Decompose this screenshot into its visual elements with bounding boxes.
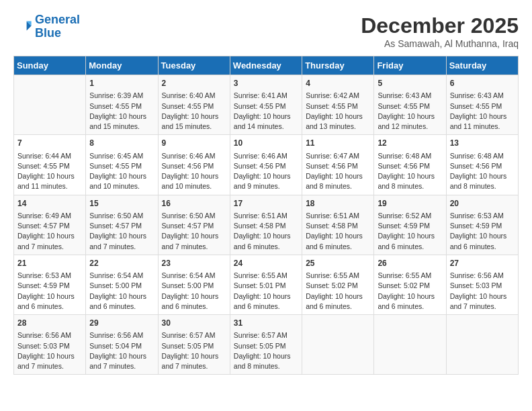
calendar-cell: 12Sunrise: 6:48 AM Sunset: 4:56 PM Dayli… (374, 135, 446, 195)
calendar-cell: 13Sunrise: 6:48 AM Sunset: 4:56 PM Dayli… (446, 135, 518, 195)
header-cell-tuesday: Tuesday (158, 56, 230, 75)
day-number: 28 (17, 318, 82, 329)
day-number: 16 (162, 198, 226, 210)
day-number: 30 (162, 318, 226, 329)
calendar-cell: 25Sunrise: 6:55 AM Sunset: 5:02 PM Dayli… (302, 255, 374, 314)
day-number: 18 (306, 198, 370, 210)
calendar-cell: 7Sunrise: 6:44 AM Sunset: 4:55 PM Daylig… (14, 135, 86, 195)
day-number: 20 (450, 198, 515, 210)
logo-line1: General (35, 13, 80, 26)
title-block: December 2025 As Samawah, Al Muthanna, I… (361, 13, 519, 49)
calendar-cell: 18Sunrise: 6:51 AM Sunset: 4:58 PM Dayli… (302, 195, 374, 255)
calendar-week-5: 28Sunrise: 6:56 AM Sunset: 5:03 PM Dayli… (14, 315, 519, 375)
cell-content: Sunrise: 6:53 AM Sunset: 4:59 PM Dayligh… (450, 211, 515, 252)
calendar-cell: 17Sunrise: 6:51 AM Sunset: 4:58 PM Dayli… (230, 195, 302, 255)
day-number: 1 (89, 78, 154, 89)
calendar-table: SundayMondayTuesdayWednesdayThursdayFrid… (13, 56, 519, 375)
cell-content: Sunrise: 6:48 AM Sunset: 4:56 PM Dayligh… (450, 151, 515, 192)
cell-content: Sunrise: 6:57 AM Sunset: 5:05 PM Dayligh… (234, 330, 298, 371)
calendar-cell: 16Sunrise: 6:50 AM Sunset: 4:57 PM Dayli… (158, 195, 230, 255)
calendar-cell: 29Sunrise: 6:56 AM Sunset: 5:04 PM Dayli… (86, 315, 158, 375)
calendar-cell: 31Sunrise: 6:57 AM Sunset: 5:05 PM Dayli… (230, 315, 302, 375)
calendar-cell: 14Sunrise: 6:49 AM Sunset: 4:57 PM Dayli… (14, 195, 86, 255)
calendar-week-1: 1Sunrise: 6:39 AM Sunset: 4:55 PM Daylig… (14, 75, 519, 135)
day-number: 4 (306, 78, 370, 89)
day-number: 3 (234, 78, 298, 89)
calendar-week-4: 21Sunrise: 6:53 AM Sunset: 4:59 PM Dayli… (14, 255, 519, 314)
cell-content: Sunrise: 6:46 AM Sunset: 4:56 PM Dayligh… (162, 151, 226, 192)
calendar-cell (14, 75, 86, 135)
header-cell-sunday: Sunday (14, 56, 86, 75)
calendar-cell: 30Sunrise: 6:57 AM Sunset: 5:05 PM Dayli… (158, 315, 230, 375)
cell-content: Sunrise: 6:53 AM Sunset: 4:59 PM Dayligh… (17, 271, 82, 312)
cell-content: Sunrise: 6:56 AM Sunset: 5:03 PM Dayligh… (17, 330, 82, 371)
day-number: 21 (17, 258, 82, 269)
day-number: 24 (234, 258, 298, 269)
header-cell-monday: Monday (86, 56, 158, 75)
calendar-cell: 2Sunrise: 6:40 AM Sunset: 4:55 PM Daylig… (158, 75, 230, 135)
cell-content: Sunrise: 6:55 AM Sunset: 5:02 PM Dayligh… (306, 271, 370, 312)
calendar-cell: 27Sunrise: 6:56 AM Sunset: 5:03 PM Dayli… (446, 255, 518, 314)
cell-content: Sunrise: 6:41 AM Sunset: 4:55 PM Dayligh… (234, 91, 298, 132)
cell-content: Sunrise: 6:40 AM Sunset: 4:55 PM Dayligh… (162, 91, 226, 132)
calendar-cell: 3Sunrise: 6:41 AM Sunset: 4:55 PM Daylig… (230, 75, 302, 135)
day-number: 17 (234, 198, 298, 210)
day-number: 6 (450, 78, 515, 89)
cell-content: Sunrise: 6:55 AM Sunset: 5:01 PM Dayligh… (234, 271, 298, 312)
logo: General Blue (13, 13, 80, 40)
day-number: 13 (450, 138, 515, 149)
cell-content: Sunrise: 6:49 AM Sunset: 4:57 PM Dayligh… (17, 211, 82, 252)
day-number: 19 (378, 198, 442, 210)
day-number: 10 (234, 138, 298, 149)
page-header: General Blue December 2025 As Samawah, A… (13, 13, 519, 49)
day-number: 12 (378, 138, 442, 149)
cell-content: Sunrise: 6:56 AM Sunset: 5:04 PM Dayligh… (89, 330, 154, 371)
calendar-header: SundayMondayTuesdayWednesdayThursdayFrid… (14, 56, 519, 75)
cell-content: Sunrise: 6:56 AM Sunset: 5:03 PM Dayligh… (450, 271, 515, 312)
cell-content: Sunrise: 6:50 AM Sunset: 4:57 PM Dayligh… (162, 211, 226, 252)
calendar-cell: 19Sunrise: 6:52 AM Sunset: 4:59 PM Dayli… (374, 195, 446, 255)
header-row: SundayMondayTuesdayWednesdayThursdayFrid… (14, 56, 519, 75)
cell-content: Sunrise: 6:46 AM Sunset: 4:56 PM Dayligh… (234, 151, 298, 192)
calendar-cell: 28Sunrise: 6:56 AM Sunset: 5:03 PM Dayli… (14, 315, 86, 375)
cell-content: Sunrise: 6:50 AM Sunset: 4:57 PM Dayligh… (89, 211, 154, 252)
logo-icon (13, 17, 32, 36)
calendar-cell: 26Sunrise: 6:55 AM Sunset: 5:02 PM Dayli… (374, 255, 446, 314)
day-number: 22 (89, 258, 154, 269)
cell-content: Sunrise: 6:48 AM Sunset: 4:56 PM Dayligh… (378, 151, 442, 192)
cell-content: Sunrise: 6:57 AM Sunset: 5:05 PM Dayligh… (162, 330, 226, 371)
calendar-cell: 8Sunrise: 6:45 AM Sunset: 4:55 PM Daylig… (86, 135, 158, 195)
calendar-cell: 4Sunrise: 6:42 AM Sunset: 4:55 PM Daylig… (302, 75, 374, 135)
day-number: 23 (162, 258, 226, 269)
calendar-body: 1Sunrise: 6:39 AM Sunset: 4:55 PM Daylig… (14, 75, 519, 375)
day-number: 29 (89, 318, 154, 329)
calendar-cell (446, 315, 518, 375)
calendar-week-3: 14Sunrise: 6:49 AM Sunset: 4:57 PM Dayli… (14, 195, 519, 255)
logo-line2: Blue (35, 26, 61, 40)
calendar-cell: 20Sunrise: 6:53 AM Sunset: 4:59 PM Dayli… (446, 195, 518, 255)
cell-content: Sunrise: 6:52 AM Sunset: 4:59 PM Dayligh… (378, 211, 442, 252)
cell-content: Sunrise: 6:54 AM Sunset: 5:00 PM Dayligh… (162, 271, 226, 312)
day-number: 7 (17, 138, 82, 149)
calendar-cell: 15Sunrise: 6:50 AM Sunset: 4:57 PM Dayli… (86, 195, 158, 255)
cell-content: Sunrise: 6:44 AM Sunset: 4:55 PM Dayligh… (17, 151, 82, 192)
header-cell-friday: Friday (374, 56, 446, 75)
day-number: 2 (162, 78, 226, 89)
cell-content: Sunrise: 6:54 AM Sunset: 5:00 PM Dayligh… (89, 271, 154, 312)
day-number: 11 (306, 138, 370, 149)
day-number: 26 (378, 258, 442, 269)
calendar-cell (374, 315, 446, 375)
logo-text: General Blue (35, 13, 80, 40)
cell-content: Sunrise: 6:55 AM Sunset: 5:02 PM Dayligh… (378, 271, 442, 312)
calendar-cell (302, 315, 374, 375)
calendar-cell: 23Sunrise: 6:54 AM Sunset: 5:00 PM Dayli… (158, 255, 230, 314)
calendar-cell: 11Sunrise: 6:47 AM Sunset: 4:56 PM Dayli… (302, 135, 374, 195)
day-number: 15 (89, 198, 154, 210)
header-cell-thursday: Thursday (302, 56, 374, 75)
calendar-cell: 21Sunrise: 6:53 AM Sunset: 4:59 PM Dayli… (14, 255, 86, 314)
cell-content: Sunrise: 6:42 AM Sunset: 4:55 PM Dayligh… (306, 91, 370, 132)
day-number: 25 (306, 258, 370, 269)
cell-content: Sunrise: 6:39 AM Sunset: 4:55 PM Dayligh… (89, 91, 154, 132)
calendar-week-2: 7Sunrise: 6:44 AM Sunset: 4:55 PM Daylig… (14, 135, 519, 195)
day-number: 5 (378, 78, 442, 89)
